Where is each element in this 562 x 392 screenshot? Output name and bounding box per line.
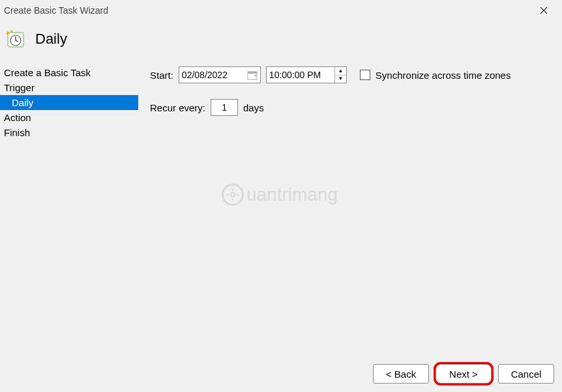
start-date-input[interactable]: 02/08/2022 — [179, 66, 261, 83]
start-date-value: 02/08/2022 — [182, 70, 228, 80]
sync-timezones-checkbox[interactable] — [360, 70, 370, 80]
svg-rect-3 — [248, 72, 257, 74]
sync-timezones-label: Synchronize across time zones — [376, 70, 511, 81]
time-spinner: ▲ ▼ — [334, 67, 346, 83]
time-spin-down[interactable]: ▼ — [335, 76, 346, 83]
sidebar-item-create-basic-task[interactable]: Create a Basic Task — [0, 65, 138, 80]
recur-every-input[interactable]: 1 — [211, 99, 238, 116]
sidebar-item-finish[interactable]: Finish — [0, 125, 138, 140]
wizard-content: Start: 02/08/2022 10:00:00 PM ▲ ▼ Synchr… — [138, 65, 562, 352]
scheduled-clock-icon — [5, 29, 26, 49]
close-button[interactable] — [531, 1, 557, 20]
titlebar: Create Basic Task Wizard — [0, 0, 562, 21]
wizard-footer: < Back Next > Cancel — [0, 361, 562, 392]
next-button[interactable]: Next > — [436, 364, 492, 384]
sidebar-item-daily[interactable]: Daily — [0, 95, 138, 110]
recur-label: Recur every: — [150, 102, 205, 113]
start-label: Start: — [150, 70, 173, 81]
sidebar-item-trigger[interactable]: Trigger — [0, 80, 138, 95]
calendar-icon — [247, 70, 258, 80]
start-time-input[interactable]: 10:00:00 PM ▲ ▼ — [266, 66, 347, 83]
wizard-header-icon — [5, 29, 26, 49]
start-time-value: 10:00:00 PM — [269, 70, 321, 80]
recur-value: 1 — [222, 102, 227, 113]
wizard-heading: Daily — [35, 31, 67, 48]
cancel-button[interactable]: Cancel — [498, 364, 554, 384]
wizard-sidebar: Create a Basic Task Trigger Daily Action… — [0, 65, 138, 352]
close-icon — [540, 7, 548, 14]
recur-unit-label: days — [243, 102, 264, 113]
wizard-header: Daily — [0, 21, 562, 65]
time-spin-up[interactable]: ▲ — [335, 67, 346, 76]
back-button[interactable]: < Back — [373, 364, 429, 384]
window-title: Create Basic Task Wizard — [4, 5, 531, 16]
sidebar-item-action[interactable]: Action — [0, 110, 138, 125]
